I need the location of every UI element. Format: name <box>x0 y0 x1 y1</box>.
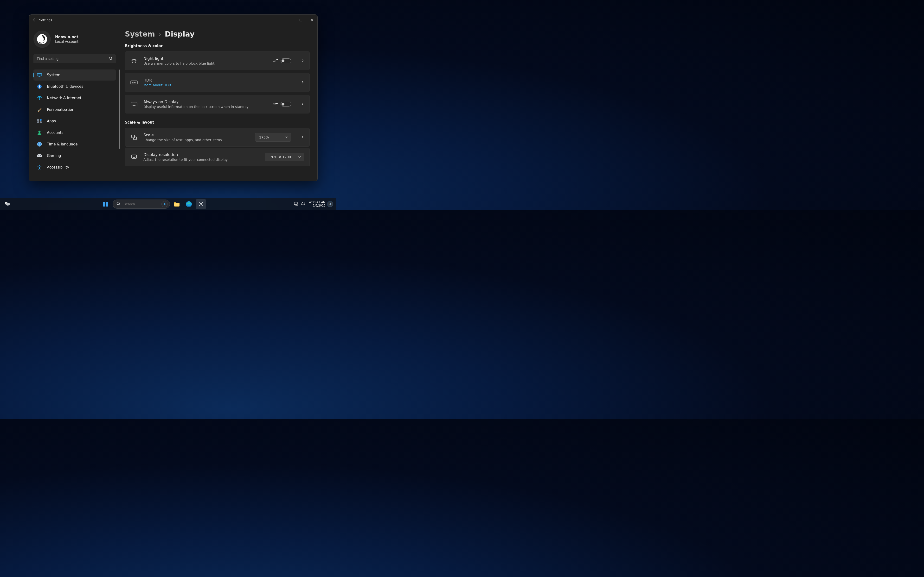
chevron-right-icon: › <box>159 32 161 37</box>
app-title: Settings <box>39 18 52 22</box>
nav-label: System <box>47 73 60 77</box>
tray-quick-settings[interactable] <box>292 200 307 209</box>
svg-point-18 <box>133 60 136 62</box>
nav-item-gaming[interactable]: Gaming <box>34 150 116 161</box>
nav-label: Accessibility <box>47 165 69 169</box>
svg-rect-29 <box>134 104 134 105</box>
night-light-icon <box>130 58 138 64</box>
svg-rect-26 <box>136 103 136 104</box>
account-block[interactable]: Neowin.net Local Account <box>34 25 116 53</box>
nav-item-system[interactable]: System <box>34 69 116 81</box>
row-sub: Adjust the resolution to fit your connec… <box>144 158 259 161</box>
bluetooth-icon <box>37 84 42 89</box>
bing-chat-icon[interactable] <box>162 201 168 207</box>
nav-item-accessibility[interactable]: Accessibility <box>34 162 116 173</box>
setting-row-hdr[interactable]: HDR HDR More about HDR <box>125 73 310 92</box>
close-button[interactable] <box>306 15 317 25</box>
nav-item-personalization[interactable]: Personalization <box>34 104 116 115</box>
row-sub: Use warmer colors to help block blue lig… <box>144 61 267 65</box>
setting-row-scale[interactable]: Scale Change the size of text, apps, and… <box>125 128 310 147</box>
search-icon <box>116 201 121 207</box>
search-icon <box>108 56 113 61</box>
clock[interactable]: 4:30:41 AM 3/6/2023 <box>309 201 326 207</box>
svg-point-17 <box>39 165 40 166</box>
nav-item-network[interactable]: Network & internet <box>34 93 116 104</box>
svg-rect-46 <box>294 202 297 205</box>
svg-rect-30 <box>135 104 135 105</box>
breadcrumb-parent[interactable]: System <box>125 30 155 38</box>
breadcrumb-current: Display <box>165 30 195 38</box>
nav-item-bluetooth[interactable]: Bluetooth & devices <box>34 81 116 92</box>
svg-rect-9 <box>39 119 42 121</box>
chevron-down-icon <box>298 155 301 160</box>
svg-rect-40 <box>103 205 105 206</box>
svg-rect-11 <box>40 121 42 123</box>
taskbar-app-edge[interactable] <box>184 199 194 209</box>
nav-item-apps[interactable]: Apps <box>34 116 116 127</box>
row-title: Night light <box>144 56 267 61</box>
scale-dropdown[interactable]: 175% <box>255 133 291 142</box>
monitor-icon <box>37 73 42 77</box>
svg-rect-4 <box>37 74 42 76</box>
taskbar: 4:30:41 AM 3/6/2023 3 <box>0 198 336 210</box>
svg-rect-28 <box>133 104 133 105</box>
row-sub: Change the size of text, apps, and other… <box>144 138 250 142</box>
maximize-button[interactable] <box>295 15 306 25</box>
svg-rect-23 <box>133 103 133 104</box>
taskbar-left <box>0 201 15 207</box>
start-button[interactable] <box>100 199 111 209</box>
nav: System Bluetooth & devices Network & int… <box>34 69 116 173</box>
toggle-switch[interactable] <box>281 102 291 106</box>
nav-label: Personalization <box>47 108 74 112</box>
svg-rect-41 <box>106 205 108 206</box>
taskbar-search-input[interactable] <box>123 202 147 206</box>
search-input[interactable] <box>34 54 116 63</box>
svg-point-15 <box>40 155 41 156</box>
window-body: Neowin.net Local Account System <box>29 25 317 181</box>
nav-item-time-language[interactable]: Time & language <box>34 139 116 150</box>
system-tray[interactable]: 4:30:41 AM 3/6/2023 3 <box>292 198 336 210</box>
svg-rect-34 <box>132 155 136 158</box>
time: 4:30:41 AM <box>309 201 326 204</box>
notif-count: 3 <box>330 202 331 206</box>
svg-point-7 <box>39 99 40 100</box>
titlebar: Settings <box>29 15 317 25</box>
nav-item-accounts[interactable]: Accounts <box>34 127 116 138</box>
resolution-icon <box>130 154 138 160</box>
person-icon <box>37 130 42 135</box>
setting-row-always-on-display[interactable]: Always-on Display Display useful informa… <box>125 95 310 113</box>
chevron-right-icon <box>301 102 304 106</box>
night-light-toggle[interactable]: Off <box>273 58 291 63</box>
svg-point-1 <box>37 34 47 44</box>
apps-icon <box>37 119 42 124</box>
toggle-state: Off <box>273 102 278 106</box>
settings-search[interactable] <box>34 54 116 63</box>
aod-toggle[interactable]: Off <box>273 102 291 106</box>
nav-label: Gaming <box>47 154 61 158</box>
minimize-button[interactable] <box>284 15 295 25</box>
svg-rect-35 <box>133 156 135 158</box>
setting-row-night-light[interactable]: Night light Use warmer colors to help bl… <box>125 52 310 70</box>
nav-label: Network & internet <box>47 96 81 100</box>
accessibility-icon <box>37 165 42 170</box>
taskbar-search[interactable] <box>113 200 170 209</box>
setting-row-resolution[interactable]: Display resolution Adjust the resolution… <box>125 148 310 166</box>
weather-icon[interactable] <box>4 201 10 207</box>
taskbar-app-explorer[interactable] <box>172 199 182 209</box>
svg-rect-32 <box>132 105 136 106</box>
section-title-brightness: Brightness & color <box>125 44 310 48</box>
svg-rect-22 <box>132 103 132 104</box>
resolution-dropdown[interactable]: 1920 × 1200 <box>265 153 304 161</box>
taskbar-app-settings[interactable] <box>196 199 206 209</box>
wifi-icon <box>37 95 42 101</box>
globe-clock-icon <box>37 142 42 147</box>
svg-point-12 <box>39 131 41 133</box>
toggle-switch[interactable] <box>281 58 291 63</box>
keyboard-icon <box>130 102 138 107</box>
avatar <box>34 31 51 48</box>
notification-badge[interactable]: 3 <box>328 201 333 207</box>
back-button[interactable] <box>29 15 39 25</box>
nav-scrollbar[interactable] <box>120 69 120 149</box>
nav-label: Accounts <box>47 131 63 135</box>
hdr-more-link[interactable]: More about HDR <box>144 83 291 87</box>
